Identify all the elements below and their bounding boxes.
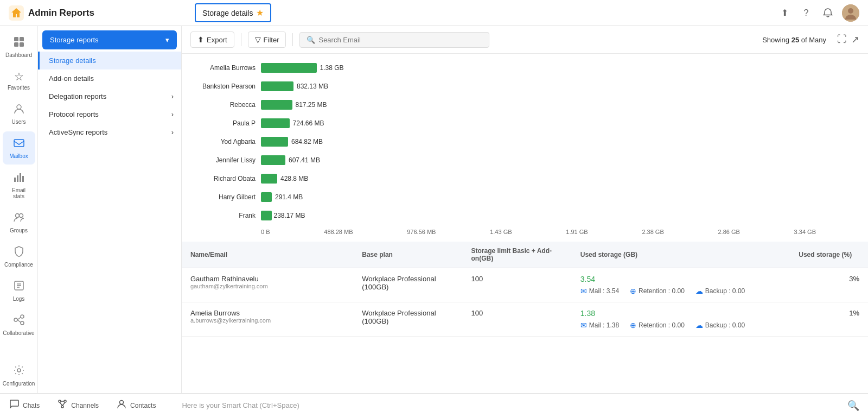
backup-storage: ☁ Backup : 0.00 bbox=[695, 287, 745, 295]
groups-icon bbox=[13, 211, 25, 226]
sidebar-item-dashboard[interactable]: Dashboard bbox=[3, 30, 35, 64]
col-header-storage-limit: Storage limit Basic + Add-on(GB) bbox=[463, 242, 572, 268]
menu-item-protocol-reports[interactable]: Protocol reports › bbox=[38, 105, 181, 123]
svg-point-21 bbox=[64, 400, 66, 402]
sidebar-item-favorites[interactable]: ☆ Favorites bbox=[3, 65, 35, 96]
svg-rect-3 bbox=[14, 37, 18, 41]
filter-button[interactable]: ▽ Filter bbox=[248, 31, 286, 48]
search-box: 🔍 bbox=[299, 32, 489, 48]
menu-label: Add-on details bbox=[49, 74, 94, 83]
chart-xaxis-label: 2.86 GB bbox=[718, 229, 740, 235]
menu-label: Delegation reports bbox=[49, 92, 106, 100]
notification-icon[interactable] bbox=[820, 5, 835, 21]
sidebar-item-label: Users bbox=[11, 119, 25, 125]
chart-xaxis-label: 488.28 MB bbox=[324, 229, 353, 235]
chats-icon bbox=[9, 399, 20, 412]
export-button[interactable]: ⬆ Export bbox=[190, 31, 234, 48]
sidebar-item-groups[interactable]: Groups bbox=[3, 206, 35, 239]
sidebar-item-users[interactable]: Users bbox=[3, 97, 35, 130]
menu-item-addon-details[interactable]: Add-on details bbox=[38, 70, 181, 87]
tab-area: Storage details ★ bbox=[190, 3, 777, 22]
chart-row: Richard Obata 428.8 MB bbox=[190, 171, 859, 186]
chart-xaxis-label: 1.91 GB bbox=[566, 229, 588, 235]
chart-xaxis: 0 B488.28 MB976.56 MB1.43 GB1.91 GB2.38 … bbox=[261, 226, 816, 235]
sidebar-item-collaborative[interactable]: Collaborative bbox=[3, 308, 35, 342]
chart-bar bbox=[261, 118, 290, 128]
chart-bar-value: 1.38 GB bbox=[320, 64, 344, 72]
chart-bar-name: Frank bbox=[190, 212, 261, 219]
retention-icon: ⊕ bbox=[630, 287, 636, 295]
svg-point-19 bbox=[17, 369, 21, 372]
menu-item-storage-details[interactable]: Storage details bbox=[38, 52, 181, 70]
chart-bar bbox=[261, 100, 292, 110]
sidebar-item-emailstats[interactable]: Email stats bbox=[3, 166, 35, 205]
expand-icon[interactable]: ⛶ bbox=[837, 34, 847, 46]
table-row: Amelia Burrows a.burrows@zylkertraining.… bbox=[182, 302, 868, 337]
table-cell-name: Amelia Burrows a.burrows@zylkertraining.… bbox=[182, 302, 353, 337]
smart-chat-text: Here is your Smart Chat (Ctrl+Space) bbox=[173, 401, 830, 409]
backup-icon: ☁ bbox=[695, 287, 703, 295]
upload-icon[interactable]: ⬆ bbox=[777, 5, 792, 21]
toolbar-divider bbox=[241, 33, 241, 46]
svg-point-23 bbox=[120, 401, 124, 405]
chats-label: Chats bbox=[23, 402, 40, 409]
export-label: Export bbox=[207, 36, 227, 44]
svg-point-22 bbox=[61, 406, 63, 408]
compliance-icon bbox=[13, 245, 25, 260]
content-area: ⬆ Export ▽ Filter 🔍 Showing 25 of Many ⛶… bbox=[182, 26, 868, 393]
star-icon[interactable]: ★ bbox=[256, 8, 264, 18]
search-bottom-icon[interactable]: 🔍 bbox=[847, 400, 859, 412]
channels-label: Channels bbox=[71, 402, 99, 409]
menu-item-delegation-reports[interactable]: Delegation reports › bbox=[38, 87, 181, 105]
search-input[interactable] bbox=[318, 36, 482, 44]
svg-point-18 bbox=[21, 321, 24, 325]
bottom-bar: Chats Channels Contacts Here is your Sma… bbox=[0, 393, 868, 417]
menu-item-activesync-reports[interactable]: ActiveSync reports › bbox=[38, 123, 181, 141]
table-cell-used-storage: 1.38 ✉ Mail : 1.38 ⊕ Retention : 0.00 ☁ … bbox=[572, 302, 790, 337]
sidebar-item-logs[interactable]: Logs bbox=[3, 274, 35, 307]
table-row: Gautham Rathinavelu gautham@zylkertraini… bbox=[182, 268, 868, 302]
sidebar-item-compliance[interactable]: Compliance bbox=[3, 240, 35, 273]
sidebar-item-configuration[interactable]: Configuration bbox=[3, 359, 35, 392]
user-name: Gautham Rathinavelu bbox=[190, 275, 344, 283]
chart-bar-area: 291.4 MB bbox=[261, 192, 859, 202]
chart-bar bbox=[261, 211, 272, 220]
storage-reports-label: Storage reports bbox=[50, 36, 99, 44]
chart-bar-name: Jennifer Lissy bbox=[190, 156, 261, 164]
mail-icon: ✉ bbox=[580, 287, 587, 295]
chart-bar-area: 238.17 MB bbox=[261, 211, 859, 220]
svg-point-2 bbox=[848, 8, 853, 14]
search-icon: 🔍 bbox=[307, 36, 315, 44]
menu-label: Storage details bbox=[49, 56, 96, 65]
svg-rect-10 bbox=[17, 175, 18, 182]
chart-xaxis-label: 1.43 GB bbox=[490, 229, 512, 235]
home-icon bbox=[9, 5, 24, 21]
help-icon[interactable]: ? bbox=[799, 5, 814, 21]
chart-bar-value: 291.4 MB bbox=[275, 193, 303, 201]
svg-point-16 bbox=[14, 318, 17, 321]
contacts-button[interactable]: Contacts bbox=[116, 399, 156, 412]
share-icon[interactable]: ↗ bbox=[851, 34, 859, 46]
chart-bar-name: Paula P bbox=[190, 119, 261, 127]
sidebar-item-mailbox[interactable]: Mailbox bbox=[3, 131, 35, 165]
channels-button[interactable]: Channels bbox=[57, 399, 99, 412]
storage-reports-menu-header[interactable]: Storage reports ▾ bbox=[42, 30, 177, 49]
chart-bar bbox=[261, 174, 277, 184]
emailstats-icon bbox=[13, 171, 25, 186]
sidebar-item-label: Groups bbox=[10, 228, 28, 233]
col-header-used-storage: Used storage (GB) bbox=[572, 242, 790, 268]
sidebar-item-label: Collaborative bbox=[3, 330, 34, 336]
chart-bar-area: 1.38 GB bbox=[261, 63, 859, 73]
chart-bar-area: 607.41 MB bbox=[261, 155, 859, 165]
storage-details-tab[interactable]: Storage details ★ bbox=[195, 3, 271, 22]
users-icon bbox=[13, 103, 25, 117]
chart-bar-name: Harry Gilbert bbox=[190, 193, 261, 201]
chart-bar bbox=[261, 63, 317, 73]
table-cell-storage-limit: 100 bbox=[463, 302, 572, 337]
chats-button[interactable]: Chats bbox=[9, 399, 40, 412]
logs-icon bbox=[13, 280, 25, 294]
chart-bar-value: 817.25 MB bbox=[296, 101, 327, 109]
svg-point-17 bbox=[21, 315, 24, 318]
user-avatar[interactable] bbox=[842, 4, 859, 22]
chart-row: Amelia Burrows 1.38 GB bbox=[190, 60, 859, 75]
